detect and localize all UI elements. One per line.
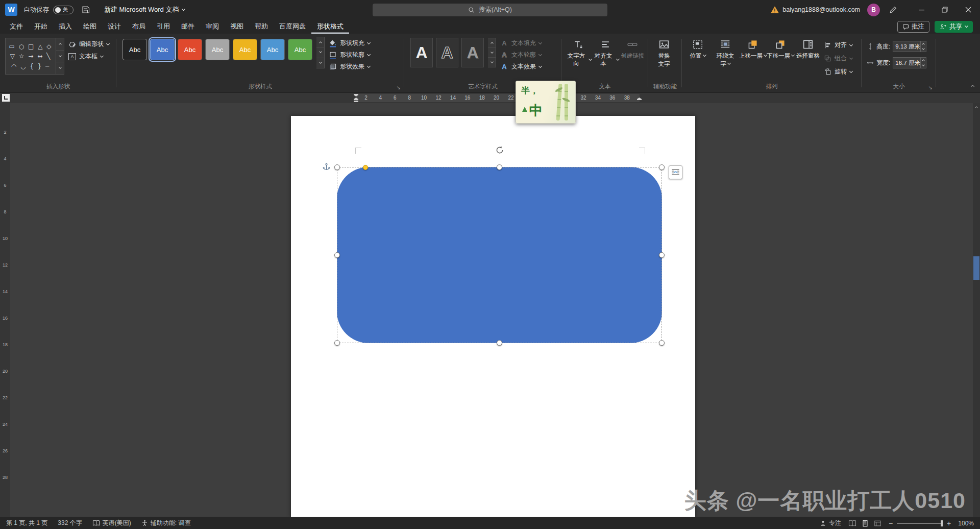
text-outline-button[interactable]: A 文本轮廓 — [500, 51, 542, 59]
proofing-status[interactable]: 英语(美国) — [92, 519, 131, 527]
create-link-button[interactable]: 创建链接 — [619, 36, 646, 60]
vertical-scrollbar[interactable] — [973, 103, 980, 517]
selection-handle-bottom-left[interactable] — [334, 340, 340, 346]
scroll-down-icon[interactable] — [488, 47, 496, 57]
scroll-up-icon[interactable] — [56, 38, 64, 50]
save-button[interactable] — [79, 3, 93, 17]
bring-forward-button[interactable]: 上移一层 — [739, 36, 767, 60]
shape-style-preset-7[interactable]: Abc — [288, 39, 312, 60]
autosave-toggle[interactable]: 关 — [53, 6, 74, 14]
print-layout-icon[interactable] — [862, 520, 869, 527]
spinner-up-icon[interactable] — [921, 41, 926, 46]
rotation-handle-icon[interactable] — [495, 146, 504, 155]
text-effects-button[interactable]: A 文本效果 — [500, 62, 542, 71]
scroll-up-icon[interactable] — [973, 103, 980, 111]
ribbon-tab-7[interactable]: 引用 — [151, 19, 176, 34]
web-layout-icon[interactable] — [874, 520, 881, 527]
text-box-button[interactable]: A 文本框 — [68, 52, 109, 61]
selection-handle-bottom-right[interactable] — [659, 340, 665, 346]
scrollbar-thumb[interactable] — [973, 256, 979, 280]
layout-options-button[interactable] — [669, 165, 682, 179]
zoom-slider[interactable] — [897, 523, 943, 524]
zoom-in-button[interactable]: + — [947, 520, 951, 527]
spinner-down-icon[interactable] — [921, 63, 926, 68]
shape-style-preset-1[interactable]: Abc — [122, 39, 147, 60]
dialog-launcher-icon[interactable]: ↘ — [928, 85, 933, 90]
align-button[interactable]: 对齐 — [824, 41, 852, 50]
scroll-down-icon[interactable] — [56, 50, 64, 62]
gallery-more-icon[interactable] — [56, 62, 64, 74]
selection-handle-middle-right[interactable] — [659, 252, 665, 258]
shape-gallery-row-1[interactable]: ▭ ○ □ △ ◇ — [8, 43, 54, 50]
selection-handle-top-left[interactable] — [334, 164, 340, 170]
maximize-button[interactable] — [933, 0, 957, 19]
ribbon-tab-13[interactable]: 形状格式 — [311, 19, 349, 34]
account-email[interactable]: baiyang1888@outlook.com — [782, 6, 860, 13]
ribbon-tab-8[interactable]: 邮件 — [176, 19, 200, 34]
selection-handle-top-center[interactable] — [497, 164, 502, 170]
warning-icon[interactable] — [770, 5, 779, 14]
ribbon-tab-9[interactable]: 审阅 — [200, 19, 225, 34]
search-box[interactable]: 搜索(Alt+Q) — [373, 4, 607, 16]
width-input[interactable]: 16.7 厘米 — [893, 57, 926, 68]
gallery-more-icon[interactable] — [488, 57, 496, 67]
close-button[interactable] — [957, 0, 980, 19]
horizontal-ruler[interactable]: 2468101214161820222426283032343638 — [0, 93, 980, 103]
document-page[interactable] — [291, 116, 695, 517]
spinner-up-icon[interactable] — [921, 58, 926, 63]
minimize-button[interactable] — [910, 0, 933, 19]
ribbon-tab-3[interactable]: 插入 — [53, 19, 78, 34]
word-count[interactable]: 332 个字 — [58, 519, 82, 527]
shape-gallery-row-3[interactable]: ◠ ◡ { } ─ — [8, 63, 54, 69]
shape-style-preset-2[interactable]: Abc — [150, 39, 175, 60]
shape-style-preset-3[interactable]: Abc — [178, 39, 202, 60]
shape-style-preset-5[interactable]: Abc — [233, 39, 257, 60]
align-text-button[interactable]: 对齐文本 — [592, 36, 619, 67]
shape-style-preset-4[interactable]: Abc — [205, 39, 230, 60]
account-avatar[interactable]: B — [867, 4, 880, 16]
shape-gallery[interactable]: ▭ ○ □ △ ◇▽ ☆ → ↔ ╲◠ ◡ { } ─ — [5, 38, 56, 75]
rounded-rectangle-shape[interactable] — [337, 167, 662, 343]
shape-fill-button[interactable]: 形状填充 — [329, 39, 370, 47]
comments-button[interactable]: 批注 — [897, 21, 929, 33]
ribbon-tab-11[interactable]: 帮助 — [249, 19, 274, 34]
accessibility-status[interactable]: 辅助功能: 调查 — [141, 519, 191, 527]
ribbon-tab-10[interactable]: 视图 — [225, 19, 249, 34]
collapse-ribbon-icon[interactable] — [971, 82, 974, 89]
pen-tool-icon[interactable] — [885, 2, 900, 17]
ribbon-tab-5[interactable]: 设计 — [102, 19, 127, 34]
shape-style-preset-6[interactable]: Abc — [260, 39, 285, 60]
vertical-ruler[interactable]: 246810121416182022242628 — [0, 103, 10, 517]
zoom-level[interactable]: 100% — [958, 520, 974, 527]
left-indent-marker[interactable] — [354, 101, 358, 102]
scroll-up-icon[interactable] — [316, 37, 324, 47]
spinner-down-icon[interactable] — [921, 46, 926, 52]
tab-stop-selector[interactable] — [2, 94, 10, 102]
wrap-text-button[interactable]: 环绕文 字 — [712, 36, 739, 68]
position-button[interactable]: 位置 — [684, 36, 712, 60]
selection-pane-button[interactable]: 选择窗格 — [794, 36, 822, 60]
text-fill-button[interactable]: A 文本填充 — [500, 39, 542, 47]
selection-handle-top-right[interactable] — [659, 164, 665, 170]
ribbon-tab-6[interactable]: 布局 — [127, 19, 151, 34]
scroll-down-icon[interactable] — [316, 47, 324, 57]
send-backward-button[interactable]: 下移一层 — [767, 36, 794, 60]
read-mode-icon[interactable] — [848, 520, 856, 527]
shape-outline-button[interactable]: 形状轮廓 — [329, 51, 370, 59]
shape-adjust-handle[interactable] — [363, 165, 368, 170]
scroll-up-icon[interactable] — [488, 38, 496, 47]
ribbon-tab-4[interactable]: 绘图 — [78, 19, 102, 34]
edit-shape-button[interactable]: 编辑形状 — [68, 40, 109, 49]
word-logo-icon[interactable]: W — [5, 4, 17, 16]
rotate-button[interactable]: 旋转 — [824, 67, 852, 76]
page-indicator[interactable]: 第 1 页, 共 1 页 — [6, 519, 47, 527]
focus-mode-button[interactable]: 专注 — [820, 519, 841, 527]
gallery-more-icon[interactable] — [316, 58, 324, 68]
text-direction-button[interactable]: 文字方向 — [565, 36, 592, 67]
ribbon-tab-12[interactable]: 百度网盘 — [274, 19, 311, 34]
document-title[interactable]: 新建 Microsoft Word 文档 — [104, 5, 185, 14]
height-input[interactable]: 9.13 厘米 — [893, 41, 926, 52]
alt-text-button[interactable]: 替换 文字 — [650, 36, 678, 68]
zoom-out-button[interactable]: − — [889, 520, 893, 527]
shape-effects-button[interactable]: 形状效果 — [329, 62, 370, 71]
